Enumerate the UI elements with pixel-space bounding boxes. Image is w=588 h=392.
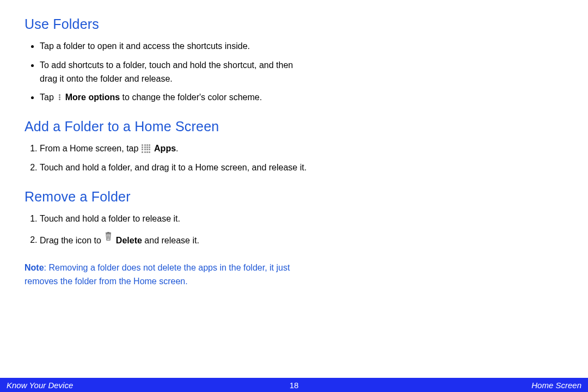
list-item-pre: From a Home screen, tap bbox=[40, 144, 141, 153]
list-item-pre: Drag the icon to bbox=[40, 235, 103, 244]
svg-rect-1 bbox=[107, 232, 109, 233]
list-item-post: . bbox=[176, 144, 178, 153]
list-item: Tap More options to change the folder's … bbox=[40, 91, 308, 105]
content-column: Use Folders Tap a folder to open it and … bbox=[24, 16, 308, 289]
footer-right: Home Screen bbox=[531, 381, 581, 390]
list-item: Drag the icon to Delete and release it. bbox=[40, 231, 308, 248]
list-item-bold: Apps bbox=[154, 144, 176, 153]
footer-left: Know Your Device bbox=[7, 381, 73, 390]
list-item-text: Tap a folder to open it and access the s… bbox=[40, 41, 250, 51]
section-heading-add-folder: Add a Folder to a Home Screen bbox=[24, 119, 308, 134]
list-item-text: To add shortcuts to a folder, touch and … bbox=[40, 60, 293, 83]
list-item: Tap a folder to open it and access the s… bbox=[40, 40, 308, 53]
list-item-bold: More options bbox=[65, 93, 120, 102]
list-item: To add shortcuts to a folder, touch and … bbox=[40, 59, 308, 86]
list-item-text: Touch and hold a folder, and drag it to … bbox=[40, 163, 307, 172]
add-folder-steps: From a Home screen, tap Apps. Touch and … bbox=[24, 142, 308, 175]
note-body: : Removing a folder does not delete the … bbox=[24, 263, 290, 286]
note-text: Note: Removing a folder does not delete … bbox=[24, 261, 308, 289]
list-item-post: to change the folder's color scheme. bbox=[120, 93, 262, 102]
page-footer: Know Your Device 18 Home Screen bbox=[0, 378, 588, 392]
section-heading-remove-folder: Remove a Folder bbox=[24, 189, 308, 205]
list-item: From a Home screen, tap Apps. bbox=[40, 142, 308, 156]
list-item: Touch and hold a folder, and drag it to … bbox=[40, 161, 308, 175]
list-item-text: Touch and hold a folder to release it. bbox=[40, 214, 180, 223]
section-heading-use-folders: Use Folders bbox=[24, 16, 308, 32]
use-folders-list: Tap a folder to open it and access the s… bbox=[24, 40, 308, 105]
page-number: 18 bbox=[290, 381, 299, 390]
remove-folder-steps: Touch and hold a folder to release it. D… bbox=[24, 212, 308, 247]
more-options-icon bbox=[56, 94, 63, 101]
trash-icon bbox=[105, 231, 112, 245]
list-item-pre: Tap bbox=[40, 93, 56, 102]
list-item-bold: Delete bbox=[116, 235, 142, 244]
list-item-post: and release it. bbox=[142, 235, 199, 244]
apps-icon bbox=[142, 144, 151, 153]
note-label: Note bbox=[24, 263, 44, 272]
document-page: Use Folders Tap a folder to open it and … bbox=[0, 0, 588, 392]
list-item: Touch and hold a folder to release it. bbox=[40, 212, 308, 226]
